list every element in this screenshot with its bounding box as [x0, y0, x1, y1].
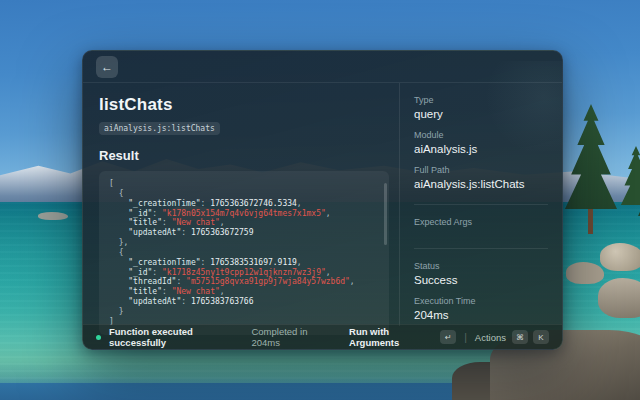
enter-key-icon: ↵: [440, 330, 456, 344]
field-value: Success: [414, 274, 548, 286]
back-button[interactable]: ←: [96, 56, 118, 78]
boulder: [38, 212, 68, 220]
code-line: "updatedAt": 1765363672759: [109, 228, 379, 238]
success-dot-icon: [96, 335, 101, 340]
boulder: [566, 262, 604, 284]
code-line: "_creationTime": 1765383531697.9119,: [109, 258, 379, 268]
result-json-viewer[interactable]: [ { "_creationTime": 1765363672746.5334,…: [99, 171, 389, 335]
code-line: "updatedAt": 1765383763766: [109, 297, 379, 307]
field-value: 204ms: [414, 309, 548, 321]
code-line: "_id": "k1718z45ny1t9cpp12w1qjknzn7wz3j9…: [109, 268, 379, 278]
actions-label: Actions: [475, 332, 506, 343]
code-line: "title": "New chat",: [109, 218, 379, 228]
field-value: aiAnalysis.js:listChats: [414, 178, 548, 190]
details-sidebar: TypequeryModuleaiAnalysis.jsFull PathaiA…: [399, 83, 562, 326]
code-line: {: [109, 189, 379, 199]
main-column: listChats aiAnalysis.js:listChats Result…: [83, 83, 399, 326]
code-line: {: [109, 248, 379, 258]
footer-divider: |: [464, 332, 467, 343]
run-with-arguments-label: Run with Arguments: [349, 326, 434, 348]
field-label: Expected Args: [414, 217, 548, 227]
panel-body: listChats aiAnalysis.js:listChats Result…: [83, 83, 562, 326]
scrollbar-thumb[interactable]: [384, 183, 387, 245]
field-label: Type: [414, 95, 548, 105]
k-key-icon: K: [533, 330, 549, 344]
back-arrow-icon: ←: [101, 56, 113, 78]
run-with-arguments-button[interactable]: Run with Arguments ↵: [349, 326, 456, 348]
actions-shortcut-keys: ⌘K: [512, 330, 549, 344]
field-label: Execution Time: [414, 296, 548, 306]
code-line: "_id": "k178n05x154m7q4v6vjg64tmes7x1mx5…: [109, 209, 379, 219]
field-value: query: [414, 108, 548, 120]
command-key-icon: ⌘: [512, 330, 528, 344]
actions-button[interactable]: Actions ⌘K: [475, 330, 549, 344]
boulder: [600, 243, 640, 271]
code-line: "threadId": "m57515g8qvxa91gp9j7wja84y57…: [109, 277, 379, 287]
code-line: "title": "New chat",: [109, 287, 379, 297]
sidebar-section: Expected Args: [414, 204, 548, 248]
tree-trunk: [588, 208, 593, 234]
desktop-wallpaper: ← listChats aiAnalysis.js:listChats Resu…: [0, 0, 640, 400]
code-line: }: [109, 307, 379, 317]
code-line: "_creationTime": 1765363672746.5334,: [109, 199, 379, 209]
page-title: listChats: [99, 95, 389, 115]
completed-time-text: Completed in 204ms: [251, 326, 333, 348]
code-line: },: [109, 238, 379, 248]
field-value: aiAnalysis.js: [414, 143, 548, 155]
function-runner-panel: ← listChats aiAnalysis.js:listChats Resu…: [82, 50, 563, 350]
sidebar-section: StatusSuccessExecution Time204ms: [414, 248, 548, 335]
result-heading: Result: [99, 148, 389, 163]
boulder: [598, 278, 640, 318]
field-label: Module: [414, 130, 548, 140]
field-label: Status: [414, 261, 548, 271]
panel-footer: Function executed successfully Completed…: [83, 324, 562, 349]
function-path-badge: aiAnalysis.js:listChats: [99, 122, 220, 135]
code-line: [: [109, 179, 379, 189]
sidebar-section: TypequeryModuleaiAnalysis.jsFull PathaiA…: [414, 83, 548, 204]
panel-header: ←: [83, 51, 562, 83]
field-label: Full Path: [414, 165, 548, 175]
status-text: Function executed successfully: [109, 326, 243, 348]
